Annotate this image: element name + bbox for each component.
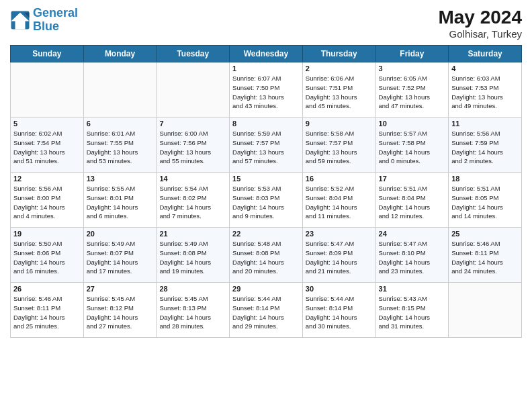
day-number: 12 [13,175,81,183]
cell-content: Sunrise: 5:49 AMSunset: 8:08 PMDaylight:… [159,239,226,276]
cell-line: Sunset: 8:08 PM [159,249,206,257]
week-row-1: 1Sunrise: 6:07 AMSunset: 7:50 PMDaylight… [11,62,522,118]
cell-line: Daylight: 13 hours [232,93,284,101]
day-number: 20 [87,230,154,238]
day-number: 11 [451,120,519,128]
cell-line: Sunset: 7:57 PM [232,139,279,146]
cell-line: and 51 minutes. [13,157,59,165]
cell-line: Daylight: 14 hours [159,314,211,321]
cell-line: and 43 minutes. [232,102,278,109]
day-number: 31 [379,285,446,293]
logo-text: General Blue [33,7,78,34]
cell-line: and 6 minutes. [87,212,128,220]
day-number: 13 [87,175,154,183]
cell-content: Sunrise: 5:47 AMSunset: 8:09 PMDaylight:… [306,239,373,276]
cell-content: Sunrise: 5:56 AMSunset: 8:00 PMDaylight:… [13,184,81,221]
cell-line: and 16 minutes. [13,267,59,275]
cell-line: Daylight: 14 hours [232,314,284,321]
cell-content: Sunrise: 6:00 AMSunset: 7:56 PMDaylight:… [159,129,226,166]
calendar-cell: 14Sunrise: 5:54 AMSunset: 8:02 PMDayligh… [157,173,230,228]
cell-line: Daylight: 14 hours [379,259,431,266]
cell-line: Daylight: 14 hours [87,203,138,211]
cell-line: Daylight: 14 hours [306,314,357,321]
day-number: 10 [379,120,446,128]
cell-line: Daylight: 14 hours [13,203,65,211]
cell-line: Sunset: 7:53 PM [451,84,498,91]
day-number: 26 [13,285,81,293]
cell-content: Sunrise: 5:44 AMSunset: 8:14 PMDaylight:… [306,294,373,331]
cell-line: Sunrise: 6:07 AM [232,75,281,82]
cell-line: Daylight: 13 hours [13,148,65,156]
calendar-cell: 25Sunrise: 5:46 AMSunset: 8:11 PMDayligh… [449,228,522,283]
cell-content: Sunrise: 5:51 AMSunset: 8:05 PMDaylight:… [451,184,519,221]
location: Golhisar, Turkey [438,28,522,40]
calendar-cell: 27Sunrise: 5:45 AMSunset: 8:12 PMDayligh… [83,283,157,338]
cell-line: Sunset: 7:50 PM [232,84,279,91]
cell-line: Daylight: 14 hours [379,148,431,156]
calendar-cell: 28Sunrise: 5:45 AMSunset: 8:13 PMDayligh… [157,283,230,338]
calendar-cell: 1Sunrise: 6:07 AMSunset: 7:50 PMDaylight… [230,62,303,118]
cell-line: Sunrise: 5:48 AM [232,240,281,247]
calendar-cell: 7Sunrise: 6:00 AMSunset: 7:56 PMDaylight… [157,118,230,173]
cell-line: Sunset: 8:08 PM [232,249,279,257]
cell-content: Sunrise: 5:43 AMSunset: 8:15 PMDaylight:… [379,294,446,331]
calendar-cell: 17Sunrise: 5:51 AMSunset: 8:04 PMDayligh… [375,173,449,228]
cell-line: and 14 minutes. [451,212,497,220]
day-number: 23 [306,230,373,238]
calendar-cell: 26Sunrise: 5:46 AMSunset: 8:11 PMDayligh… [11,283,84,338]
weekday-header-monday: Monday [83,46,157,62]
cell-content: Sunrise: 6:03 AMSunset: 7:53 PMDaylight:… [451,74,519,111]
cell-line: Daylight: 14 hours [451,148,503,156]
calendar-cell: 9Sunrise: 5:58 AMSunset: 7:57 PMDaylight… [302,118,375,173]
cell-line: Daylight: 13 hours [159,148,211,156]
cell-line: Sunset: 7:51 PM [306,84,353,91]
cell-line: Daylight: 14 hours [306,259,357,266]
calendar-cell: 2Sunrise: 6:06 AMSunset: 7:51 PMDaylight… [302,62,375,118]
calendar-cell: 13Sunrise: 5:55 AMSunset: 8:01 PMDayligh… [83,173,157,228]
logo-icon [10,10,30,30]
day-number: 18 [451,175,519,183]
cell-line: Sunset: 8:13 PM [159,304,206,312]
cell-line: Sunset: 7:58 PM [379,139,426,146]
cell-line: Sunset: 7:55 PM [87,139,134,146]
cell-line: Sunrise: 5:43 AM [379,295,427,302]
day-number: 3 [379,64,446,73]
cell-line: Sunset: 7:54 PM [13,139,60,146]
cell-line: and 2 minutes. [451,157,493,165]
calendar-cell: 19Sunrise: 5:50 AMSunset: 8:06 PMDayligh… [11,228,84,283]
day-number: 14 [159,175,226,183]
cell-line: Sunset: 8:02 PM [159,194,206,201]
weekday-header-sunday: Sunday [11,46,84,62]
day-number: 6 [87,120,154,128]
cell-line: and 28 minutes. [159,322,205,330]
cell-line: Sunrise: 5:56 AM [13,185,62,192]
cell-line: Sunrise: 5:57 AM [379,130,427,137]
cell-line: Sunrise: 6:05 AM [379,75,427,82]
cell-line: and 17 minutes. [87,267,132,275]
calendar-cell: 23Sunrise: 5:47 AMSunset: 8:09 PMDayligh… [302,228,375,283]
calendar-cell: 22Sunrise: 5:48 AMSunset: 8:08 PMDayligh… [230,228,303,283]
cell-line: Daylight: 13 hours [379,93,431,101]
cell-line: Daylight: 13 hours [232,148,284,156]
cell-line: Sunrise: 5:46 AM [451,240,500,247]
day-number: 22 [232,230,300,238]
cell-content: Sunrise: 5:50 AMSunset: 8:06 PMDaylight:… [13,239,81,276]
cell-line: Daylight: 14 hours [87,259,138,266]
cell-content: Sunrise: 6:07 AMSunset: 7:50 PMDaylight:… [232,74,300,111]
cell-line: Sunset: 7:56 PM [159,139,206,146]
week-row-3: 12Sunrise: 5:56 AMSunset: 8:00 PMDayligh… [11,173,522,228]
logo: General Blue [10,7,78,34]
cell-content: Sunrise: 5:59 AMSunset: 7:57 PMDaylight:… [232,129,300,166]
cell-line: Daylight: 13 hours [87,148,138,156]
weekday-header-tuesday: Tuesday [157,46,230,62]
header: General Blue May 2024 Golhisar, Turkey [10,7,522,40]
day-number: 7 [159,120,226,128]
calendar-cell: 31Sunrise: 5:43 AMSunset: 8:15 PMDayligh… [375,283,449,338]
cell-line: Sunset: 8:10 PM [379,249,426,257]
calendar-cell: 8Sunrise: 5:59 AMSunset: 7:57 PMDaylight… [230,118,303,173]
cell-line: and 11 minutes. [306,212,351,220]
cell-content: Sunrise: 5:48 AMSunset: 8:08 PMDaylight:… [232,239,300,276]
cell-content: Sunrise: 5:45 AMSunset: 8:13 PMDaylight:… [159,294,226,331]
day-number: 8 [232,120,300,128]
cell-line: and 7 minutes. [159,212,201,220]
